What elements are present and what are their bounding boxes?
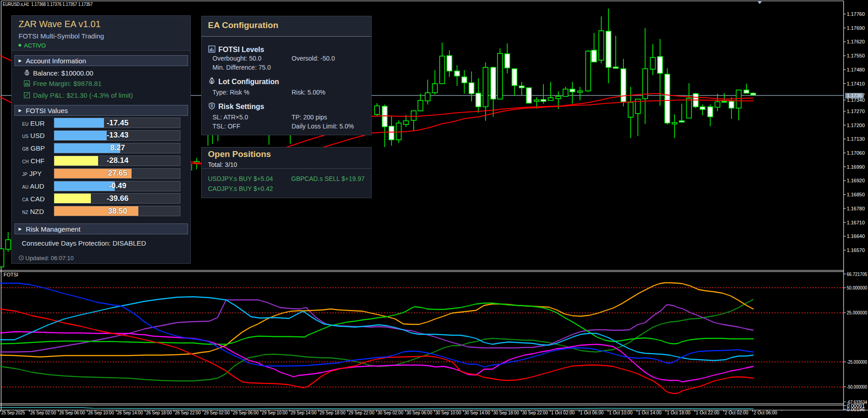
svg-text:29 Sep 22:00: 29 Sep 22:00 (349, 410, 374, 415)
svg-text:66.721705: 66.721705 (847, 271, 867, 277)
svg-text:FOTSI: FOTSI (4, 272, 18, 277)
svg-text:EURUSD.s,H1 1.17368 1.17376 1: EURUSD.s,H1 1.17368 1.17376 1.17357 1.17… (3, 1, 93, 7)
svg-text:30 Sep 10:00: 30 Sep 10:00 (435, 410, 461, 415)
svg-text:30 Sep 14:00: 30 Sep 14:00 (464, 410, 490, 415)
svg-text:29 Sep 14:00: 29 Sep 14:00 (291, 410, 316, 415)
svg-text:26 Sep 02:00: 26 Sep 02:00 (30, 410, 56, 415)
svg-text:1.17480: 1.17480 (847, 67, 865, 72)
svg-text:26 Sep 22:00: 26 Sep 22:00 (175, 410, 201, 415)
svg-text:$: $ (211, 79, 213, 84)
svg-text:30 Sep 18:00: 30 Sep 18:00 (493, 410, 519, 415)
svg-text:2 Oct 06:00: 2 Oct 06:00 (754, 410, 777, 415)
svg-text:26 Sep 18:00: 26 Sep 18:00 (146, 410, 172, 415)
svg-text:1.17270: 1.17270 (847, 109, 865, 114)
svg-text:1 Oct 10:00: 1 Oct 10:00 (609, 410, 632, 415)
svg-text:1 Oct 22:00: 1 Oct 22:00 (696, 410, 719, 415)
svg-text:26 Sep 10:00: 26 Sep 10:00 (88, 410, 114, 415)
svg-text:1 Oct 02:00: 1 Oct 02:00 (551, 410, 575, 415)
svg-text:1 Oct 18:00: 1 Oct 18:00 (667, 410, 690, 415)
svg-text:30 Sep 22:00: 30 Sep 22:00 (522, 410, 548, 415)
svg-text:1.16710: 1.16710 (847, 220, 865, 225)
svg-text:1.17760: 1.17760 (847, 11, 865, 17)
svg-text:50.000000: 50.000000 (847, 285, 867, 290)
svg-text:2 Oct 02:00: 2 Oct 02:00 (725, 410, 748, 415)
svg-text:1.17690: 1.17690 (847, 25, 865, 31)
svg-text:1.16640: 1.16640 (847, 233, 865, 239)
svg-text:25 Sep 2025: 25 Sep 2025 (1, 410, 25, 415)
svg-text:1.17550: 1.17550 (847, 53, 865, 58)
svg-text:1.16850: 1.16850 (847, 192, 865, 197)
svg-text:1.17200: 1.17200 (847, 123, 865, 128)
svg-text:-50.000000: -50.000000 (847, 384, 867, 390)
svg-text:26 Sep 14:00: 26 Sep 14:00 (117, 410, 143, 415)
svg-text:1.16570: 1.16570 (847, 247, 865, 253)
svg-text:1 Oct 06:00: 1 Oct 06:00 (580, 410, 604, 415)
svg-text:1.16920: 1.16920 (847, 178, 865, 183)
svg-text:1.17130: 1.17130 (847, 136, 865, 142)
svg-text:1 Oct 14:00: 1 Oct 14:00 (638, 410, 661, 415)
svg-text:29 Sep 18:00: 29 Sep 18:00 (320, 410, 345, 415)
svg-text:25.000000: 25.000000 (847, 310, 867, 315)
svg-text:30 Sep 02:00: 30 Sep 02:00 (377, 410, 403, 415)
svg-text:26 Sep 06:00: 26 Sep 06:00 (59, 410, 85, 415)
svg-text:1.17060: 1.17060 (847, 150, 865, 156)
svg-text:30 Sep 06:00: 30 Sep 06:00 (406, 410, 432, 415)
svg-text:1.16780: 1.16780 (847, 206, 865, 211)
svg-text:-25.000000: -25.000000 (847, 359, 867, 365)
svg-text:29 Sep 10:00: 29 Sep 10:00 (262, 410, 288, 415)
svg-text:1.17357: 1.17357 (847, 93, 865, 98)
svg-text:1.17410: 1.17410 (847, 81, 865, 86)
svg-text:1.16990: 1.16990 (847, 164, 865, 170)
svg-text:29 Sep 06:00: 29 Sep 06:00 (233, 410, 259, 415)
svg-text:$: $ (26, 71, 28, 76)
svg-text:29 Sep 02:00: 29 Sep 02:00 (204, 410, 230, 415)
svg-text:0.00196: 0.00196 (847, 407, 865, 412)
svg-text:1.17620: 1.17620 (847, 39, 865, 44)
